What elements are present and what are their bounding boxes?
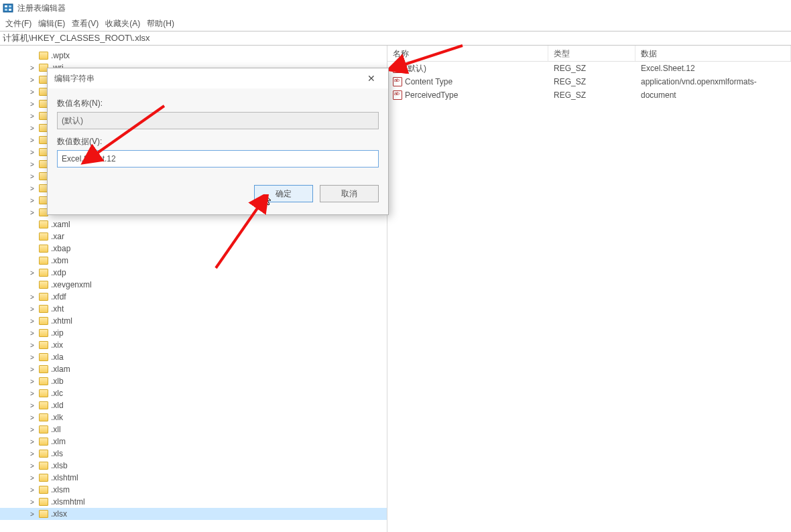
tree-item-label: .xaml xyxy=(51,220,70,229)
tree-expand-icon[interactable]: > xyxy=(28,209,36,216)
value-row[interactable]: (默认)REG_SZExcel.Sheet.12 xyxy=(387,62,791,75)
tree-item[interactable]: .xbm xyxy=(0,255,387,267)
tree-item[interactable]: >.xlsm xyxy=(0,484,387,496)
folder-icon xyxy=(39,293,48,301)
tree-item[interactable]: >.xlshtml xyxy=(0,472,387,484)
value-row[interactable]: Content TypeREG_SZapplication/vnd.openxm… xyxy=(387,75,791,88)
tree-item[interactable]: .xbap xyxy=(0,243,387,255)
menu-file[interactable]: 文件(F) xyxy=(3,18,34,29)
tree-expand-icon[interactable]: > xyxy=(28,342,36,349)
tree-item[interactable]: >.xlsb xyxy=(0,460,387,472)
tree-item[interactable]: >.xlam xyxy=(0,363,387,375)
tree-expand-icon[interactable]: > xyxy=(28,414,36,421)
tree-expand-icon[interactable]: > xyxy=(28,486,36,494)
ok-button[interactable]: 确定 xyxy=(254,185,313,202)
tree-expand-icon[interactable]: > xyxy=(28,76,36,84)
tree-item[interactable]: >.xix xyxy=(0,339,387,351)
value-row[interactable]: PerceivedTypeREG_SZdocument xyxy=(387,88,791,102)
tree-item[interactable]: >.xdp xyxy=(0,267,387,279)
tree-item[interactable]: >.xlsmhtml xyxy=(0,496,387,508)
folder-icon xyxy=(39,281,48,289)
tree-item-label: .xar xyxy=(51,232,64,241)
tree-item-label: .xevgenxml xyxy=(51,280,92,289)
value-data-field[interactable]: Excel.Sheet.12 xyxy=(57,150,379,168)
tree-item[interactable]: .xaml xyxy=(0,218,387,230)
tree-item[interactable]: >.xlsx xyxy=(0,508,387,520)
tree-expand-icon[interactable]: > xyxy=(28,390,36,397)
tree-expand-icon[interactable]: > xyxy=(28,185,36,192)
tree-expand-icon[interactable]: > xyxy=(28,149,36,156)
tree-expand-icon[interactable]: > xyxy=(28,88,36,96)
tree-item-label: .wptx xyxy=(51,51,70,60)
tree-item-label: .xbap xyxy=(51,244,70,253)
tree-expand-icon[interactable]: > xyxy=(28,366,36,373)
col-header-type[interactable]: 类型 xyxy=(548,46,635,61)
folder-icon xyxy=(39,232,48,241)
tree-expand-icon[interactable]: > xyxy=(28,269,36,277)
tree-expand-icon[interactable]: > xyxy=(28,498,36,506)
tree-expand-icon[interactable]: > xyxy=(28,137,36,144)
tree-expand-icon[interactable]: > xyxy=(28,101,36,108)
tree-expand-icon[interactable]: > xyxy=(28,293,36,301)
tree-item-label: .xls xyxy=(51,449,63,458)
menu-view[interactable]: 查看(V) xyxy=(69,18,101,29)
tree-item[interactable]: >.xll xyxy=(0,423,387,436)
tree-expand-icon[interactable]: > xyxy=(28,64,36,72)
col-header-data[interactable]: 数据 xyxy=(635,46,791,61)
tree-expand-icon[interactable]: > xyxy=(28,330,36,337)
tree-item[interactable]: >.xfdf xyxy=(0,291,387,303)
value-name-field: (默认) xyxy=(57,112,379,129)
tree-expand-icon[interactable]: > xyxy=(28,125,36,132)
tree-item[interactable]: .xar xyxy=(0,230,387,243)
address-bar[interactable]: 计算机\HKEY_CLASSES_ROOT\.xlsx xyxy=(0,31,791,46)
tree-expand-icon[interactable]: > xyxy=(28,161,36,168)
tree-expand-icon[interactable]: > xyxy=(28,378,36,385)
tree-expand-icon[interactable]: > xyxy=(28,197,36,204)
tree-item-label: .xlk xyxy=(51,413,63,422)
tree-item[interactable]: .xevgenxml xyxy=(0,279,387,291)
folder-icon xyxy=(39,341,48,349)
cancel-button[interactable]: 取消 xyxy=(320,185,379,202)
tree-item[interactable]: >.xip xyxy=(0,327,387,339)
address-path: 计算机\HKEY_CLASSES_ROOT\.xlsx xyxy=(3,32,150,44)
tree-item-label: .xhtml xyxy=(51,316,72,326)
tree-item[interactable]: >.xlm xyxy=(0,436,387,448)
menubar: 文件(F) 编辑(E) 查看(V) 收藏夹(A) 帮助(H) xyxy=(0,16,791,31)
tree-item[interactable]: >.xla xyxy=(0,351,387,363)
tree-item[interactable]: >.xlb xyxy=(0,375,387,387)
tree-expand-icon[interactable]: > xyxy=(28,306,36,313)
dialog-close-button[interactable]: ✕ xyxy=(361,73,381,84)
svg-rect-4 xyxy=(9,9,11,11)
tree-expand-icon[interactable]: > xyxy=(28,438,36,446)
tree-expand-icon[interactable]: > xyxy=(28,450,36,458)
value-name-cell: (默认) xyxy=(387,63,548,74)
tree-expand-icon[interactable]: > xyxy=(28,474,36,482)
tree-expand-icon[interactable]: > xyxy=(28,318,36,325)
tree-item[interactable]: .wptx xyxy=(0,50,387,62)
menu-edit[interactable]: 编辑(E) xyxy=(36,18,68,29)
tree-item[interactable]: >.xht xyxy=(0,303,387,315)
tree-expand-icon[interactable]: > xyxy=(28,173,36,180)
values-panel[interactable]: 名称 类型 数据 (默认)REG_SZExcel.Sheet.12Content… xyxy=(387,46,791,532)
col-header-name[interactable]: 名称 xyxy=(387,46,548,61)
tree-expand-icon[interactable]: > xyxy=(28,113,36,120)
value-type-cell: REG_SZ xyxy=(548,90,635,100)
tree-item-label: .xix xyxy=(51,340,63,350)
folder-icon xyxy=(39,52,48,60)
tree-expand-icon[interactable]: > xyxy=(28,462,36,470)
tree-item[interactable]: >.xlk xyxy=(0,411,387,423)
string-value-icon xyxy=(393,77,402,86)
tree-item[interactable]: >.xld xyxy=(0,399,387,411)
values-header: 名称 类型 数据 xyxy=(387,46,791,62)
tree-item[interactable]: >.xls xyxy=(0,448,387,460)
tree-expand-icon[interactable]: > xyxy=(28,511,36,518)
tree-item[interactable]: >.xhtml xyxy=(0,315,387,327)
tree-expand-icon[interactable]: > xyxy=(28,402,36,409)
folder-icon xyxy=(39,317,48,325)
folder-icon xyxy=(39,353,48,361)
tree-expand-icon[interactable]: > xyxy=(28,354,36,361)
tree-item[interactable]: >.xlc xyxy=(0,387,387,399)
tree-expand-icon[interactable]: > xyxy=(28,426,36,434)
menu-favorites[interactable]: 收藏夹(A) xyxy=(103,18,143,29)
menu-help[interactable]: 帮助(H) xyxy=(144,18,177,29)
